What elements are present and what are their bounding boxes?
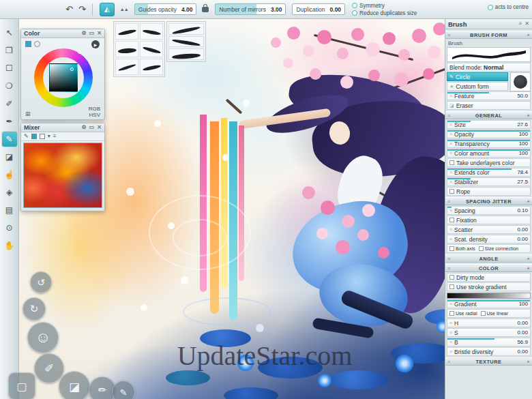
- checkbox-pair[interactable]: Use radialUse linear: [447, 309, 531, 318]
- color-panel-titlebar[interactable]: Color ⚙ ▭ ✕: [21, 29, 104, 38]
- checkbox-icon[interactable]: [449, 218, 454, 222]
- tool-hand[interactable]: ✋: [2, 238, 17, 253]
- contracts-to-centre-checkbox[interactable]: acts to centre: [488, 4, 529, 10]
- rgb-mode[interactable]: RGB: [89, 106, 100, 112]
- mirror-icon[interactable]: ▲▲: [120, 7, 128, 12]
- stroke-gradient-bar[interactable]: [447, 293, 531, 299]
- eraser-button[interactable]: ◪: [59, 371, 90, 399]
- tool-crop[interactable]: ❐: [2, 43, 17, 58]
- tool-brush[interactable]: ✎: [2, 132, 17, 147]
- tool-eraser[interactable]: ◪: [2, 149, 17, 164]
- checkbox-icon[interactable]: [449, 311, 454, 316]
- brush-stroke-thumbnail[interactable]: [115, 23, 138, 40]
- rotate-cw-button[interactable]: ↻: [23, 297, 46, 321]
- param-scat-density[interactable]: ≡Scat. density0.00: [447, 235, 531, 243]
- blend-mode-select[interactable]: Blend mode: Normal: [447, 63, 531, 72]
- tool-eyedropper[interactable]: ✐: [2, 96, 17, 111]
- menu-icon[interactable]: ≡: [519, 21, 522, 27]
- lock-icon[interactable]: [202, 7, 209, 12]
- rotate-ccw-button[interactable]: ↺: [30, 271, 52, 293]
- checkbox-icon[interactable]: [479, 246, 484, 251]
- guides-opacity-field[interactable]: Guides opacity 4.00: [134, 3, 197, 15]
- tool-pen[interactable]: ✒: [2, 114, 17, 129]
- tool-zoom[interactable]: ⊙: [2, 220, 17, 235]
- param-gradient[interactable]: ≡Gradient100: [447, 299, 531, 308]
- brush-stroke-thumbnail[interactable]: [115, 59, 138, 75]
- checkbox-dirty-mode[interactable]: Dirty mode: [447, 273, 531, 282]
- param-color-amount[interactable]: ≡Color amount100: [447, 149, 531, 158]
- close-icon[interactable]: ✕: [97, 125, 102, 130]
- symmetry-checkbox[interactable]: Symmetry: [352, 3, 417, 9]
- brush-item-custom-form[interactable]: ★ Custom form: [447, 82, 508, 91]
- brush-item-eraser[interactable]: ◪ Eraser: [447, 101, 531, 110]
- frame-icon[interactable]: ⊞: [25, 110, 31, 117]
- mixer-eraser-swatch[interactable]: [40, 134, 45, 139]
- brush-stroke-thumbnail[interactable]: [115, 41, 138, 57]
- brush-stroke-thumbnail[interactable]: [140, 23, 163, 40]
- param-size[interactable]: ≡Size27.6: [447, 120, 531, 129]
- pencil-button[interactable]: ✎: [112, 381, 135, 399]
- play-button[interactable]: ▶: [91, 40, 100, 48]
- transform-button[interactable]: ▢: [8, 372, 35, 399]
- mixer-color-swatch[interactable]: [31, 134, 37, 139]
- color-sampler-button[interactable]: ☺: [27, 322, 59, 353]
- section-brush-form[interactable]: ≡ BRUSH FORM +: [445, 31, 532, 39]
- checkbox-icon[interactable]: [449, 275, 454, 280]
- tool-gradient[interactable]: ▤: [2, 203, 17, 218]
- brush-stroke-thumbnail[interactable]: [140, 59, 163, 75]
- param-extends-color[interactable]: ≡Extends color78.4: [447, 168, 531, 177]
- param-opacity[interactable]: ≡Opacity100: [447, 130, 531, 138]
- section-texture[interactable]: ≡ TEXTURE +: [445, 357, 532, 366]
- gear-icon[interactable]: ⚙: [82, 31, 87, 36]
- checkbox-icon[interactable]: [449, 160, 454, 165]
- hue-marker[interactable]: [78, 50, 81, 54]
- param-bristle-diversity[interactable]: ≡Bristle diversity0.00: [447, 347, 531, 356]
- secondary-color-swatch[interactable]: [34, 41, 40, 47]
- brush-stroke-thumbnail[interactable]: [168, 36, 204, 48]
- pen-icon[interactable]: ✎: [24, 134, 29, 139]
- param-transparency[interactable]: ≡Transparency100: [447, 139, 531, 148]
- tool-smudge[interactable]: ☝: [2, 167, 17, 182]
- brush-tip-preview[interactable]: [510, 72, 531, 91]
- symmetry-tool-button[interactable]: ◭: [100, 3, 115, 16]
- param-s[interactable]: ≡S0.00: [447, 328, 531, 337]
- collapse-icon[interactable]: ▭: [89, 31, 95, 36]
- brush-panel-header[interactable]: Brush ≡ ✕: [445, 19, 532, 29]
- checkbox-fixation[interactable]: Fixation: [447, 216, 531, 224]
- tool-fill[interactable]: ◈: [2, 185, 17, 200]
- param-feature[interactable]: ≡ Feature 50.0: [447, 91, 531, 100]
- mixer-panel-titlebar[interactable]: Mixer ⚙ ▭ ✕: [21, 123, 104, 132]
- close-icon[interactable]: ✕: [524, 21, 529, 27]
- brush-stroke-thumbnail[interactable]: [140, 41, 163, 57]
- tool-marquee[interactable]: ☐: [2, 61, 17, 76]
- section-angle[interactable]: ≡ ANGLE +: [445, 254, 532, 263]
- close-icon[interactable]: ✕: [97, 31, 102, 36]
- checkbox-icon[interactable]: [481, 311, 486, 316]
- menu-icon[interactable]: ≡: [53, 134, 57, 139]
- section-color[interactable]: ≡ COLOR +: [445, 264, 532, 272]
- brush-item-circle[interactable]: ✎ Circle: [447, 72, 508, 81]
- duplication-field[interactable]: Duplication 0.00: [292, 3, 345, 15]
- checkbox-pair[interactable]: Both axisSize connection: [447, 244, 531, 253]
- checkbox-take-underlayers-color[interactable]: Take underlayers color: [447, 158, 531, 167]
- chevron-down-icon[interactable]: ▾: [48, 134, 50, 139]
- checkbox-icon[interactable]: [449, 246, 454, 251]
- reduce-duplicates-checkbox[interactable]: Reduce duplicates size: [352, 10, 417, 16]
- section-general[interactable]: ≡ GENERAL +: [445, 111, 532, 119]
- number-of-mirrors-field[interactable]: Number of mirrors 3.00: [215, 3, 286, 15]
- brush-stroke-thumbnail[interactable]: [168, 48, 204, 60]
- collapse-icon[interactable]: ▭: [89, 125, 95, 130]
- hsv-mode[interactable]: HSV: [89, 112, 100, 118]
- sb-marker[interactable]: [70, 68, 74, 71]
- section-spacing-jitter[interactable]: ≡ SPACING JITTER +: [445, 197, 532, 205]
- param-stabilizer[interactable]: ≡Stabilizer27.5: [447, 177, 531, 186]
- checkbox-rope[interactable]: Rope: [447, 187, 531, 196]
- eyedropper-button[interactable]: ✐: [34, 353, 64, 383]
- param-b[interactable]: ≡B56.9: [447, 338, 531, 346]
- redo-icon[interactable]: ↷: [78, 5, 86, 14]
- checkbox-icon[interactable]: [449, 189, 454, 194]
- brush-stroke-thumbnail[interactable]: [168, 23, 204, 35]
- tool-move[interactable]: ↖: [2, 25, 17, 40]
- gear-icon[interactable]: ⚙: [82, 125, 87, 130]
- brush-stroke-preview[interactable]: [447, 47, 531, 62]
